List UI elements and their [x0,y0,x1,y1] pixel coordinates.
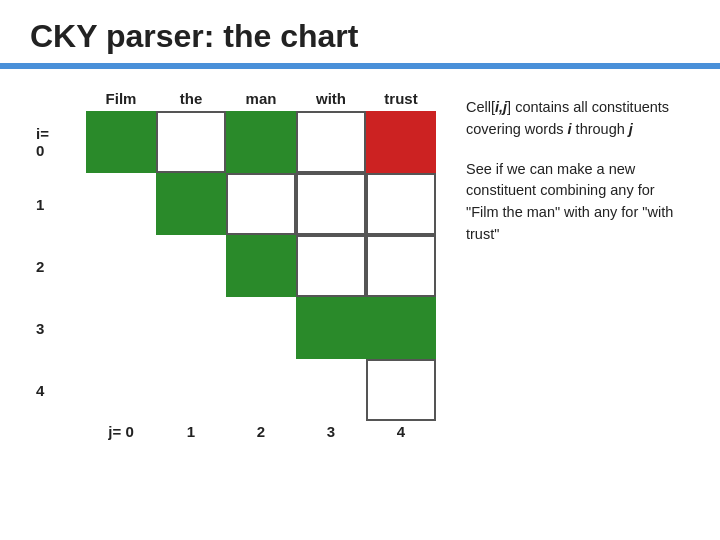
col-header-man: man [226,87,296,111]
cell-2-4 [366,235,436,297]
cky-chart: i=0 1 2 3 4 Film th [30,87,436,440]
row-labels: i=0 1 2 3 4 [30,87,86,421]
col-header-with: with [296,87,366,111]
cell-0-3 [296,111,366,173]
row-label-3: 3 [30,297,86,359]
cell-3-0 [86,297,156,359]
col-header-trust: trust [366,87,436,111]
col-header-film: Film [86,87,156,111]
cell-2-3 [296,235,366,297]
grid-col-1: the [156,87,226,421]
grid-col-4: trust [366,87,436,421]
cell-3-1 [156,297,226,359]
cell-1-2 [226,173,296,235]
cell-4-0 [86,359,156,421]
cell-3-4 [366,297,436,359]
cell-4-4 [366,359,436,421]
grid-col-0: Film [86,87,156,421]
cell-0-1 [156,111,226,173]
row-label-2: 2 [30,235,86,297]
cell-4-3 [296,359,366,421]
grid-columns: Film the [86,87,436,421]
cell-3-3 [296,297,366,359]
page-title: CKY parser: the chart [0,0,720,63]
info-cell-definition: Cell[i,j] contains all constituents cove… [466,97,690,141]
cell-2-2 [226,235,296,297]
row-label-4: 4 [30,359,86,421]
cell-1-3 [296,173,366,235]
cell-4-2 [226,359,296,421]
blue-divider [0,63,720,69]
cell-2-0 [86,235,156,297]
cell-0-4 [366,111,436,173]
col-header-the: the [156,87,226,111]
info-section: Cell[i,j] contains all constituents cove… [466,87,690,440]
cell-1-4 [366,173,436,235]
row-label-0: i=0 [30,111,86,173]
grid-col-3: with [296,87,366,421]
cell-3-2 [226,297,296,359]
cell-1-1 [156,173,226,235]
cell-0-0 [86,111,156,173]
grid-col-2: man [226,87,296,421]
cell-2-1 [156,235,226,297]
cell-4-1 [156,359,226,421]
cell-1-0 [86,173,156,235]
info-constituent-combining: See if we can make a new constituent com… [466,159,690,246]
cell-0-2 [226,111,296,173]
row-label-1: 1 [30,173,86,235]
